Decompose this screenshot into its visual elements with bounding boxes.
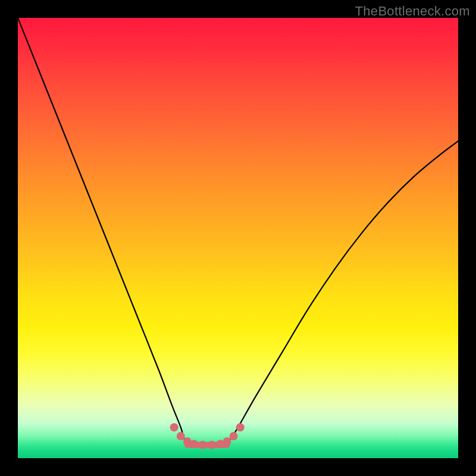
svg-point-1 [170,423,178,431]
watermark-text: TheBottleneck.com [355,4,470,19]
svg-point-4 [190,440,198,448]
svg-point-10 [236,423,245,431]
chart-frame: TheBottleneck.com [0,0,476,476]
bottleneck-curve [18,18,458,445]
plot-area [18,18,458,458]
svg-point-8 [223,437,231,446]
svg-point-9 [230,432,238,440]
svg-point-6 [208,441,216,449]
svg-point-5 [199,441,207,449]
svg-point-2 [177,432,185,440]
chart-svg [18,18,458,458]
